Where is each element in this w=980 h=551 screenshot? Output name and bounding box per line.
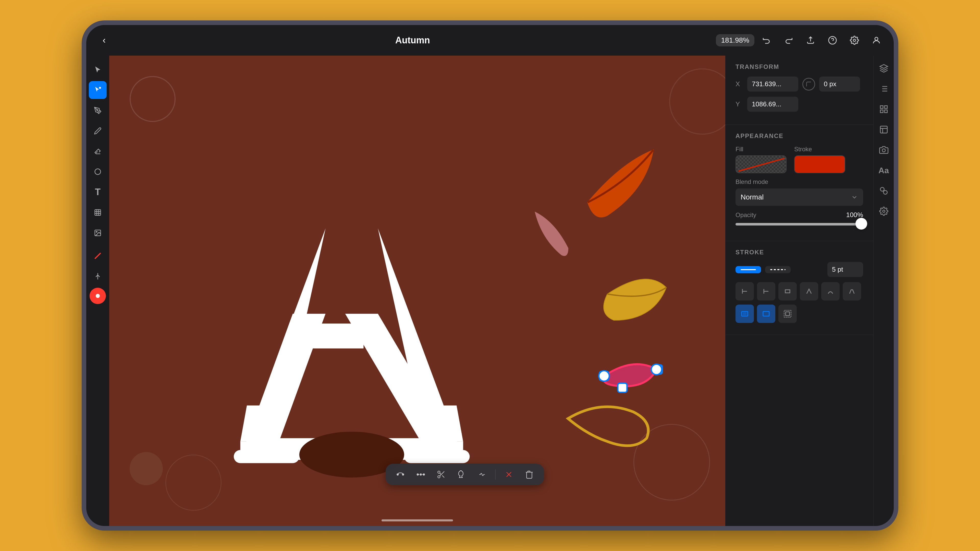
context-toolbar [386,464,544,485]
profile-button[interactable] [869,33,883,48]
selected-leaf[interactable] [599,364,662,392]
undo-button[interactable] [759,33,774,48]
svg-rect-52 [785,290,790,293]
letter-a-group [234,229,470,478]
redo-button[interactable] [781,33,796,48]
far-right-panel: Aa [873,56,894,526]
svg-marker-19 [240,405,286,441]
align-row [735,305,863,323]
svg-point-6 [95,169,101,175]
camera-icon[interactable] [876,142,891,158]
image-tool[interactable] [89,224,107,242]
align-outside-btn[interactable] [778,305,797,323]
corner-radius-input[interactable] [819,76,860,92]
stroke-line-row [735,262,863,277]
svg-point-12 [96,294,100,298]
lasso-btn[interactable] [455,467,469,482]
properties-icon[interactable] [876,81,891,97]
eraser-tool[interactable] [89,142,107,160]
select-tool[interactable] [89,61,107,79]
delete-btn[interactable] [522,467,536,482]
scissors-btn[interactable] [434,467,449,482]
join-bevel-btn[interactable] [843,282,861,300]
export-button[interactable] [803,33,818,48]
settings-button[interactable] [847,33,862,48]
stroke-label: Stroke [794,146,845,153]
svg-point-33 [420,474,422,475]
stroke-weight-input[interactable] [827,262,863,277]
blend-mode-value: Normal [741,193,764,201]
blend-mode-section: Blend mode Normal [735,178,863,206]
tablet: ‹ Autumn 181.98% [82,21,898,530]
opacity-slider[interactable] [735,223,863,225]
join-round-btn[interactable] [821,282,840,300]
stroke-title: STROKE [735,249,863,256]
svg-rect-54 [743,313,746,315]
y-input[interactable] [747,97,798,112]
text-style-icon[interactable]: Aa [876,163,891,178]
direct-select-tool[interactable] [89,81,107,99]
close-path-btn[interactable] [502,467,516,482]
x-row: X [735,76,863,92]
dashed-line-preview [770,269,786,270]
svg-rect-26 [618,383,627,392]
smooth-btn[interactable] [414,467,428,482]
toolbar-separator [495,469,496,480]
svg-rect-66 [885,106,887,109]
svg-line-40 [440,473,441,475]
join-miter-btn[interactable] [800,282,818,300]
svg-point-2 [853,39,856,41]
transform-tool[interactable] [89,203,107,221]
canvas[interactable] [109,56,725,526]
record-btn[interactable] [89,288,106,304]
dashed-line-btn[interactable] [765,266,791,273]
fill-swatch[interactable] [735,156,787,173]
right-panel: TRANSFORM X Y APPEARANCE [725,56,873,526]
blend-mode-dropdown[interactable]: Normal [735,189,863,206]
svg-point-73 [883,210,885,213]
svg-rect-57 [784,310,791,318]
cap-butt-btn[interactable] [735,282,754,300]
pen-tool[interactable] [89,102,107,119]
settings-panel-icon[interactable] [876,203,891,219]
svg-point-71 [880,187,884,191]
svg-rect-67 [885,110,887,113]
shape-tool[interactable] [89,163,107,181]
path-ops-icon[interactable] [876,183,891,198]
opacity-thumb[interactable] [856,218,867,230]
zoom-level[interactable]: 181.98% [716,34,754,46]
text-tool[interactable]: T [89,183,107,201]
x-input[interactable] [747,76,798,92]
svg-point-28 [651,364,662,375]
svg-rect-22 [234,450,299,463]
transform-section: TRANSFORM X Y [725,56,873,125]
stroke-swatch[interactable] [794,156,845,173]
stroke-color-btn[interactable] [89,247,107,265]
solid-line-btn[interactable] [735,266,761,273]
left-toolbar: T [86,56,109,526]
cap-square-btn[interactable] [778,282,797,300]
back-button[interactable]: ‹ [97,33,112,48]
node-type-btn[interactable] [393,467,407,482]
corner-radius-icon[interactable] [802,78,815,91]
align-inside-btn[interactable] [735,305,754,323]
adjust-tool[interactable] [89,267,107,285]
svg-rect-55 [763,311,769,316]
svg-rect-23 [404,450,470,463]
help-button[interactable] [825,33,840,48]
svg-rect-65 [880,106,883,109]
document-title: Autumn [117,35,708,46]
transform-title: TRANSFORM [735,63,863,70]
break-path-btn[interactable] [475,467,489,482]
place-icon[interactable] [876,122,891,137]
align-center-btn[interactable] [757,305,775,323]
opacity-row: Opacity 100% [735,211,863,219]
cap-round-btn[interactable] [757,282,775,300]
pencil-tool[interactable] [89,122,107,140]
fill-diagonal [736,156,786,173]
svg-rect-69 [880,126,887,133]
svg-point-3 [875,37,878,40]
top-bar: ‹ Autumn 181.98% [86,25,894,56]
library-icon[interactable] [876,102,891,117]
layers-icon[interactable] [876,61,891,76]
